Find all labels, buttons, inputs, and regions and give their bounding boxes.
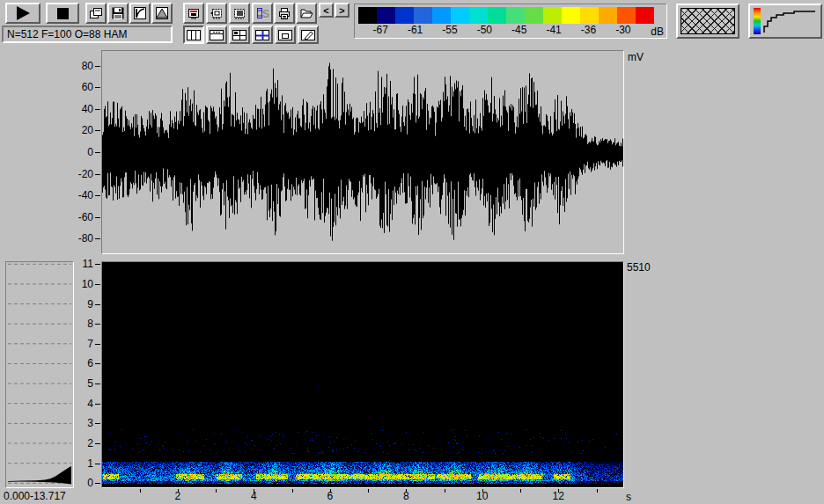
- color-scale-cell: [488, 7, 506, 24]
- waveform-tick-mark: [95, 238, 100, 239]
- capture-selection-button[interactable]: [206, 3, 227, 24]
- next-button[interactable]: >: [335, 3, 349, 18]
- spectrogram-tick-mark: [95, 264, 100, 265]
- layout-quad-cross-button[interactable]: [252, 26, 273, 44]
- spectrogram-tick-mark: [95, 363, 100, 364]
- color-scale-cell: [469, 7, 488, 24]
- spectrogram-app-window: S < > dB: [0, 0, 824, 504]
- average-spectrum-plot: [6, 262, 73, 487]
- window-function-button[interactable]: [151, 3, 173, 24]
- layout-quad-icon: [232, 29, 247, 41]
- color-scale-tick-label: -55: [438, 25, 462, 36]
- next-arrow-icon: >: [339, 6, 344, 15]
- layout-inner-window-button[interactable]: [275, 26, 296, 44]
- spectrogram-tick-label: 7: [70, 338, 93, 350]
- svg-text:S: S: [262, 8, 269, 20]
- spectrogram-tick-label: 6: [70, 357, 93, 369]
- fill-selection-button[interactable]: [229, 3, 250, 24]
- hatch-pattern-button[interactable]: [676, 4, 739, 39]
- color-scale-tick-label: -61: [403, 25, 428, 36]
- spectrogram-tick-mark: [95, 383, 100, 384]
- waveform-tick-label: 0: [65, 146, 93, 158]
- spectrogram-tick-mark: [95, 304, 100, 305]
- waveform-tick-mark: [95, 130, 100, 131]
- time-tick-mark: [520, 489, 521, 493]
- layout-left-pane-icon: [186, 29, 202, 41]
- spectrogram-tick-mark: [95, 443, 100, 444]
- copy-button[interactable]: [85, 3, 107, 24]
- time-range-label: 0.000-13.717: [4, 490, 66, 502]
- play-icon: [17, 6, 30, 20]
- spectrogram-tick-label: 10: [70, 278, 93, 290]
- print-button[interactable]: [274, 3, 295, 24]
- color-scale-cell: [562, 7, 580, 24]
- spectrogram-tick-label: 9: [70, 298, 93, 310]
- record-display-icon: [187, 6, 201, 20]
- gain-curve-icon: [133, 6, 147, 20]
- waveform-tick-label: 60: [65, 81, 93, 93]
- time-tick-mark: [216, 489, 217, 493]
- colormap-curve-icon: [754, 8, 817, 34]
- hatch-pattern-icon: [681, 8, 735, 34]
- color-scale-cell: [580, 7, 599, 24]
- spectrogram-tick-mark: [95, 324, 100, 325]
- waveform-tick-label: -20: [65, 168, 93, 180]
- open-folder-icon: [299, 6, 313, 20]
- analysis-settings-status: N=512 F=100 O=88 HAM: [2, 26, 173, 43]
- play-button[interactable]: [5, 3, 40, 24]
- edit-pencil-icon: [300, 29, 316, 41]
- color-scale-cell: [451, 7, 469, 24]
- rainbow-strip-icon: [754, 8, 761, 34]
- time-tick-mark: [330, 489, 331, 493]
- prev-arrow-icon: <: [323, 6, 328, 15]
- color-scale-cell: [414, 7, 432, 24]
- average-spectrum-panel[interactable]: [5, 261, 74, 488]
- window-function-icon: [155, 6, 169, 20]
- layout-left-pane-button[interactable]: [183, 26, 204, 44]
- layout-top-pane-button[interactable]: [206, 26, 227, 44]
- color-scale-cell: [358, 7, 377, 24]
- stop-button[interactable]: [46, 3, 79, 24]
- color-scale-cell: [543, 7, 562, 24]
- color-scale-tick-label: -45: [507, 25, 532, 36]
- paste-spectrum-button[interactable]: S: [252, 3, 273, 24]
- color-scale-tick-label: -41: [541, 25, 566, 36]
- colormap-curve-button[interactable]: [748, 4, 822, 39]
- waveform-canvas[interactable]: [102, 51, 623, 253]
- waveform-tick-mark: [95, 152, 100, 153]
- spectrogram-tick-label: 0: [70, 477, 93, 489]
- waveform-panel[interactable]: [101, 50, 624, 254]
- waveform-tick-mark: [95, 66, 100, 67]
- waveform-tick-label: 20: [65, 124, 93, 136]
- waveform-tick-mark: [95, 217, 100, 218]
- color-scale-cell: [617, 7, 636, 24]
- spectrogram-panel[interactable]: [101, 261, 624, 488]
- open-file-button[interactable]: [296, 3, 317, 24]
- capture-selection-icon: [210, 6, 224, 20]
- print-icon: [277, 6, 291, 20]
- prev-button[interactable]: <: [319, 3, 334, 18]
- layout-quad-button[interactable]: [229, 26, 250, 44]
- edit-annotations-button[interactable]: [298, 26, 319, 44]
- stop-icon: [57, 8, 69, 19]
- time-tick-mark: [292, 489, 293, 493]
- color-scale-tick-label: -36: [577, 25, 601, 36]
- time-tick-mark: [558, 489, 559, 493]
- spectrogram-right-label: 5510: [627, 261, 651, 274]
- status-text: N=512 F=100 O=88 HAM: [7, 28, 127, 40]
- waveform-tick-label: -60: [65, 211, 93, 223]
- time-tick-mark: [406, 489, 407, 493]
- waveform-unit-label: mV: [628, 51, 644, 63]
- color-scale-cell: [525, 7, 543, 24]
- waveform-tick-label: 80: [65, 60, 93, 72]
- spectrogram-tick-mark: [95, 464, 100, 464]
- spectrogram-tick-label: 2: [70, 437, 93, 449]
- color-scale-cell: [432, 7, 451, 24]
- spectrogram-tick-label: 3: [70, 417, 93, 429]
- spectrogram-canvas[interactable]: [102, 262, 623, 487]
- gain-curve-button[interactable]: [129, 3, 151, 24]
- record-display-button[interactable]: [183, 3, 204, 24]
- time-tick-mark: [254, 489, 254, 493]
- color-scale-cell: [599, 7, 617, 24]
- save-button[interactable]: [107, 3, 129, 24]
